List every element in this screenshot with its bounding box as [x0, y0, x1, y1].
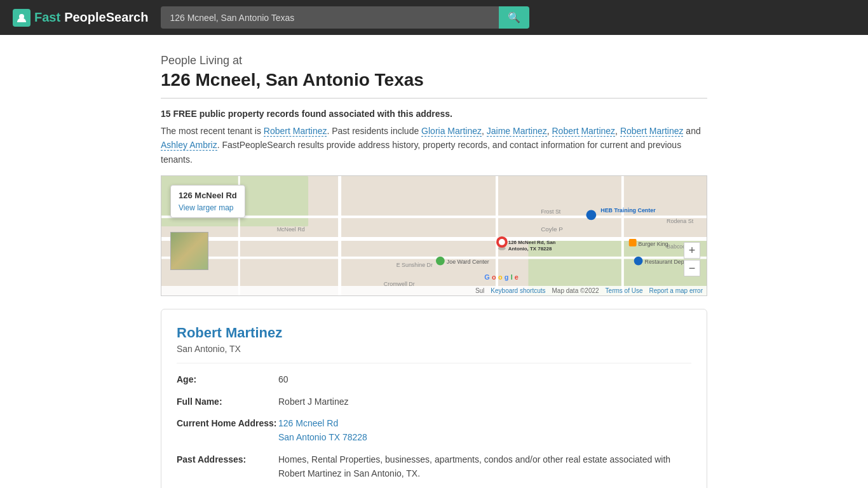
search-input[interactable] [161, 6, 499, 29]
description: The most recent tenant is Robert Martine… [161, 124, 707, 166]
age-label: Age: [177, 372, 278, 386]
map-thumb-image [171, 233, 208, 269]
person-name: Robert Martinez [177, 325, 691, 341]
map-thumbnail [170, 232, 208, 270]
address-value: 126 Mcneel Rd San Antonio TX 78228 [278, 416, 367, 445]
map-controls: + − [684, 242, 700, 276]
person-card: Robert Martinez San Antonio, TX Age: 60 … [161, 309, 707, 488]
map-container: Coyle P McNeel Rd E Sunshine Dr Cromwell… [161, 175, 707, 296]
search-button[interactable]: 🔍 [499, 6, 529, 29]
past-resident-1[interactable]: Gloria Martinez [421, 126, 482, 137]
desc-suffix: . FastPeopleSearch results provide addre… [161, 140, 681, 164]
svg-text:E Sunshine Dr: E Sunshine Dr [397, 262, 433, 269]
svg-point-27 [634, 257, 643, 266]
keyboard-shortcuts-link[interactable]: Keyboard shortcuts [491, 287, 545, 294]
svg-text:G: G [484, 273, 489, 281]
address-row: Current Home Address: 126 Mcneel Rd San … [177, 416, 691, 445]
past-addr-item-1: Po Box 914 Owings Mills MD 21117 [278, 486, 475, 488]
map-footer: Sul Keyboard shortcuts Map data ©2022 Te… [161, 286, 707, 295]
svg-point-29 [436, 257, 445, 266]
svg-text:Coyle P: Coyle P [541, 226, 563, 233]
map-data-label: Sul [475, 287, 484, 294]
map-popup: 126 McNeel Rd View larger map [170, 185, 245, 218]
past-addr-grid: Po Box 914 Owings Mills MD 21117 304 Bak… [278, 486, 691, 488]
svg-text:HEB Training Center: HEB Training Center [600, 208, 656, 214]
age-value: 60 [278, 372, 288, 386]
records-found: 15 FREE public property records found as… [161, 109, 707, 119]
svg-text:e: e [515, 273, 519, 281]
svg-text:g: g [505, 273, 509, 281]
full-name-row: Full Name: Robert J Martinez [177, 395, 691, 409]
zoom-in-button[interactable]: + [684, 242, 700, 259]
full-name-label: Full Name: [177, 395, 278, 409]
view-larger-map-link[interactable]: View larger map [179, 203, 233, 212]
logo-icon [13, 9, 31, 27]
full-name-value: Robert J Martinez [278, 395, 348, 409]
past-addr-content: Homes, Rental Properties, businesses, ap… [278, 452, 691, 488]
desc-prefix: The most recent tenant is [161, 126, 264, 136]
page-subtitle: People Living at [161, 54, 707, 67]
person-location: San Antonio, TX [177, 344, 691, 363]
logo-link[interactable]: FastPeopleSearch [13, 9, 148, 27]
map-popup-address: 126 McNeel Rd [179, 191, 237, 200]
most-recent-link[interactable]: Robert Martinez [264, 126, 327, 137]
svg-text:Frost St: Frost St [541, 209, 561, 215]
svg-text:Rodena St: Rodena St [667, 218, 694, 224]
page-title: 126 Mcneel, San Antonio Texas [161, 70, 707, 98]
header: FastPeopleSearch 🔍 [0, 0, 868, 35]
desc-middle: . Past residents include [327, 126, 421, 136]
zoom-out-button[interactable]: − [684, 260, 700, 276]
svg-text:Joe Ward Center: Joe Ward Center [447, 259, 489, 265]
terms-of-use-link[interactable]: Terms of Use [606, 287, 643, 294]
past-resident-3[interactable]: Robert Martinez [552, 126, 616, 137]
svg-text:Antonio, TX 78228: Antonio, TX 78228 [508, 246, 552, 252]
address-line2-link[interactable]: San Antonio TX 78228 [278, 430, 367, 444]
address-label: Current Home Address: [177, 416, 278, 445]
address-line1-link[interactable]: 126 Mcneel Rd [278, 416, 367, 430]
map-data-copyright: Map data ©2022 [552, 287, 599, 294]
logo-people: PeopleSearch [64, 10, 148, 25]
svg-text:o: o [492, 273, 496, 281]
logo-fast: Fast [34, 10, 60, 25]
past-addr-row: Past Addresses: Homes, Rental Properties… [177, 452, 691, 488]
past-addr-desc: Homes, Rental Properties, businesses, ap… [278, 454, 670, 478]
search-bar: 🔍 [161, 6, 529, 29]
report-map-error-link[interactable]: Report a map error [649, 287, 703, 294]
svg-rect-25 [629, 239, 637, 247]
past-resident-5[interactable]: Ashley Ambriz [161, 140, 217, 151]
svg-text:Restaurant Depot: Restaurant Depot [644, 259, 689, 265]
main-content: People Living at 126 Mcneel, San Antonio… [148, 35, 720, 488]
svg-text:McNeel Rd: McNeel Rd [277, 226, 305, 233]
past-addr-item-2: 304 Baker Ave San Antonio TX 78211 [494, 486, 691, 488]
age-row: Age: 60 [177, 372, 691, 386]
past-addr-label: Past Addresses: [177, 452, 278, 488]
search-icon: 🔍 [508, 12, 520, 23]
svg-text:Burger King: Burger King [639, 241, 668, 247]
svg-point-22 [499, 239, 505, 245]
past-resident-2[interactable]: Jaime Martinez [487, 126, 547, 137]
svg-text:l: l [511, 273, 513, 281]
svg-text:o: o [498, 273, 503, 281]
past-resident-4[interactable]: Robert Martinez [620, 126, 684, 137]
svg-text:126 McNeel Rd, San: 126 McNeel Rd, San [508, 240, 556, 245]
svg-point-18 [586, 210, 596, 220]
